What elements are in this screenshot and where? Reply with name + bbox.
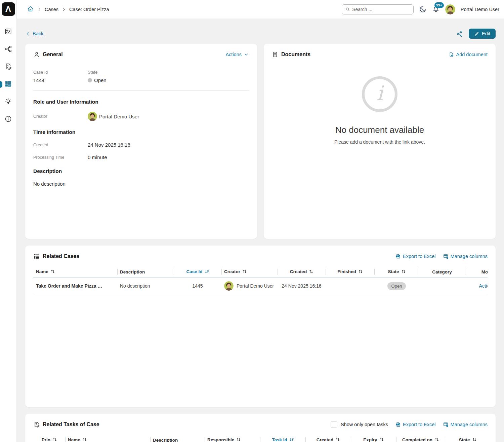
sidebar-item-processes[interactable]: [0, 41, 17, 58]
global-search: [342, 4, 414, 14]
sidebar: Λ: [0, 0, 17, 442]
sort-icon: [472, 438, 476, 442]
add-document-icon: [449, 52, 454, 57]
excel-file-icon: [395, 254, 401, 259]
sort-desc-icon: [290, 438, 294, 442]
divider: [33, 90, 249, 91]
sidebar-item-dashboards[interactable]: [0, 23, 17, 41]
related-cases-title: Related Cases: [33, 253, 79, 260]
breadcrumb-current: Case: Order Pizza: [69, 7, 109, 12]
task-doc-icon: [33, 421, 40, 428]
add-document-button[interactable]: Add document: [449, 52, 488, 57]
sidebar-item-ideas[interactable]: [0, 93, 17, 111]
col-header-task-created[interactable]: Created: [305, 435, 351, 442]
sort-icon: [53, 438, 57, 442]
chevron-down-icon: [244, 52, 249, 57]
sidebar-item-info[interactable]: [0, 111, 17, 128]
sort-icon: [359, 269, 363, 274]
state-label: State: [88, 70, 142, 75]
user-avatar[interactable]: [445, 4, 455, 14]
document-icon: [272, 51, 279, 58]
user-name[interactable]: Portal Demo User: [461, 7, 499, 12]
notification-count-badge: 99+: [434, 2, 444, 8]
info-icon: [4, 115, 12, 124]
sort-desc-icon: [205, 269, 209, 274]
col-header-responsible[interactable]: Responsible: [205, 435, 260, 442]
cell-state: Open: [374, 278, 419, 294]
col-header-case-id[interactable]: Case Id: [174, 267, 221, 278]
search-input[interactable]: [352, 7, 410, 12]
pencil-icon: [474, 31, 479, 36]
creator-name: Portal Demo User: [99, 114, 139, 119]
share-button[interactable]: [456, 30, 463, 37]
lightbulb-icon: [4, 98, 12, 107]
state-value: Open: [94, 77, 107, 83]
topbar: Cases Case: Order Pizza 99+ Portal Demo …: [17, 0, 504, 19]
col-header-task-state[interactable]: State: [445, 435, 488, 442]
show-only-open-tasks-label: Show only open tasks: [341, 422, 388, 427]
edit-button[interactable]: Edit: [469, 29, 496, 39]
excel-file-icon: [395, 422, 401, 427]
actions-dropdown[interactable]: Actions: [225, 52, 249, 57]
cell-created: 24 Nov 2025 16:16: [278, 278, 326, 294]
general-card: General Actions Case Id 1444 State: [25, 44, 257, 239]
main-content: Back Edit General Actions: [17, 19, 504, 442]
cell-name[interactable]: Take Order and Make Pizza …: [33, 278, 117, 294]
col-header-task-name[interactable]: Name: [65, 435, 150, 442]
tasks-manage-columns-button[interactable]: Manage columns: [443, 422, 488, 427]
col-header-task-id[interactable]: Task Id: [260, 435, 305, 442]
related-tasks-title: Related Tasks of Case: [33, 421, 99, 428]
row-actions-button[interactable]: Actions: [479, 283, 488, 289]
manage-columns-icon: [443, 254, 449, 259]
sidebar-item-cases[interactable]: [0, 76, 17, 93]
cases-list-icon: [33, 253, 40, 260]
sidebar-item-tasks[interactable]: [0, 58, 17, 76]
tasks-export-excel-button[interactable]: Export to Excel: [395, 422, 436, 427]
home-icon[interactable]: [27, 5, 34, 13]
col-header-created[interactable]: Created: [278, 267, 326, 278]
breadcrumb-cases[interactable]: Cases: [45, 7, 58, 12]
col-header-task-description: Description: [150, 435, 205, 442]
processing-time-value: 0 minute: [88, 154, 107, 160]
related-tasks-card: Related Tasks of Case Show only open tas…: [25, 414, 496, 442]
sort-icon: [336, 438, 340, 442]
table-row[interactable]: Take Order and Make Pizza … No descripti…: [33, 278, 488, 294]
processing-time-label: Processing Time: [33, 155, 88, 160]
dashboard-icon: [4, 28, 12, 37]
sort-icon: [402, 269, 406, 274]
col-header-expiry[interactable]: Expiry: [351, 435, 396, 442]
sidebar-nav: [0, 23, 16, 128]
role-section-title: Role and User Information: [33, 99, 249, 105]
creator-label: Creator: [33, 114, 88, 119]
back-button[interactable]: Back: [25, 31, 43, 36]
description-title: Description: [33, 168, 249, 174]
col-header-finished[interactable]: Finished: [326, 267, 374, 278]
dark-mode-toggle[interactable]: [419, 5, 427, 13]
search-icon: [345, 7, 350, 12]
breadcrumb: Cases Case: Order Pizza: [27, 5, 109, 13]
cell-finished: [326, 278, 374, 294]
notifications-button[interactable]: 99+: [432, 5, 440, 13]
documents-card-title: Documents: [272, 51, 310, 58]
manage-columns-button[interactable]: Manage columns: [443, 254, 488, 259]
show-only-open-tasks-checkbox[interactable]: [331, 421, 337, 428]
export-excel-button[interactable]: Export to Excel: [395, 254, 436, 259]
case-id-label: Case Id: [33, 70, 88, 75]
app-logo[interactable]: Λ: [2, 2, 15, 16]
cases-icon: [4, 80, 12, 89]
related-cases-table: Name Description Case Id Creator Created…: [33, 267, 488, 294]
row-creator-avatar: [224, 281, 234, 291]
col-header-state[interactable]: State: [374, 267, 419, 278]
documents-empty-hint: Please add a document with the link abov…: [334, 139, 425, 145]
manage-columns-icon: [443, 422, 449, 427]
col-header-completed-on[interactable]: Completed on: [396, 435, 445, 442]
tasks-icon: [4, 63, 12, 72]
info-circle-icon: i: [362, 76, 397, 112]
general-card-title: General: [33, 51, 63, 58]
documents-card: Documents Add document i No document ava…: [264, 44, 496, 239]
documents-empty-title: No document available: [335, 125, 424, 135]
col-header-prio[interactable]: Prio: [33, 435, 65, 442]
col-header-name[interactable]: Name: [33, 267, 117, 278]
col-header-creator[interactable]: Creator: [221, 267, 278, 278]
share-icon: [456, 30, 463, 37]
